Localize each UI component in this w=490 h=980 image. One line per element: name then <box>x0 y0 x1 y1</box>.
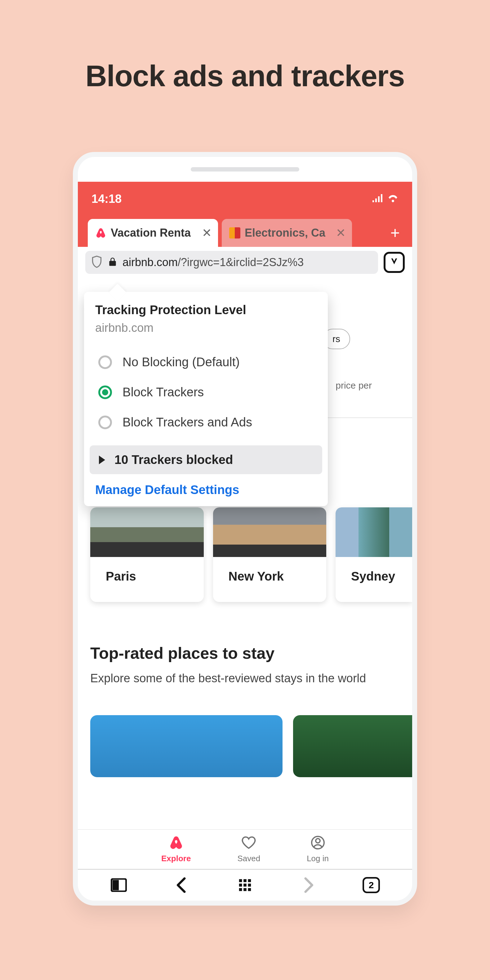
popup-domain: airbnb.com <box>95 321 317 335</box>
stay-card[interactable] <box>90 715 283 777</box>
option-block-trackers-ads[interactable]: Block Trackers and Ads <box>95 407 317 437</box>
shield-icon[interactable] <box>91 255 103 269</box>
svg-rect-5 <box>243 879 247 882</box>
lock-icon <box>108 257 117 268</box>
nav-label: Explore <box>161 854 191 863</box>
svg-rect-7 <box>239 883 242 887</box>
section-title: Top-rated places to stay <box>90 644 274 662</box>
svg-rect-11 <box>243 888 247 891</box>
city-card-sydney[interactable]: Sydney <box>336 508 412 602</box>
nav-label: Saved <box>237 854 260 863</box>
browser-toolbar: 2 <box>78 870 412 900</box>
wifi-icon <box>387 194 399 204</box>
option-label: Block Trackers <box>123 385 204 399</box>
close-icon[interactable]: ✕ <box>202 226 212 240</box>
radio-icon <box>98 415 112 429</box>
trackers-count: 10 Trackers blocked <box>115 453 233 467</box>
tracking-protection-popup: Tracking Protection Level airbnb.com No … <box>84 292 328 506</box>
nav-explore[interactable]: Explore <box>161 835 191 863</box>
airbnb-icon <box>95 228 107 239</box>
site-bottom-nav: Explore Saved Log in <box>78 829 412 870</box>
price-fragment: price per <box>336 380 372 391</box>
expand-icon <box>99 456 105 464</box>
option-no-blocking[interactable]: No Blocking (Default) <box>95 347 317 377</box>
heart-icon <box>241 835 256 851</box>
close-icon[interactable]: ✕ <box>336 226 346 240</box>
vivaldi-menu-button[interactable] <box>383 252 405 273</box>
city-label: New York <box>213 557 326 602</box>
tab-label: Electronics, Ca <box>245 226 331 239</box>
radio-icon <box>98 385 112 399</box>
option-label: No Blocking (Default) <box>123 355 240 369</box>
nav-login[interactable]: Log in <box>307 835 329 863</box>
forward-button[interactable] <box>299 876 318 894</box>
nav-saved[interactable]: Saved <box>237 835 260 863</box>
svg-rect-8 <box>243 883 247 887</box>
tab-inactive-electronics[interactable]: Electronics, Ca ✕ <box>222 219 352 247</box>
section-body: Explore some of the best-reviewed stays … <box>90 669 390 687</box>
city-image <box>336 508 412 557</box>
back-button[interactable] <box>172 876 191 894</box>
city-image <box>213 508 326 557</box>
status-time: 14:18 <box>91 192 122 205</box>
webpage-content: rs price per Paris New York Sydney Top-r… <box>78 278 412 900</box>
option-label: Block Trackers and Ads <box>123 415 252 429</box>
svg-rect-6 <box>248 879 251 882</box>
svg-rect-4 <box>239 879 242 882</box>
city-image <box>90 508 204 557</box>
page-headline: Block ads and trackers <box>85 59 404 93</box>
shopping-icon <box>229 228 240 239</box>
city-label: Sydney <box>336 557 412 602</box>
panel-toggle-button[interactable] <box>110 876 128 894</box>
tab-label: Vacation Renta <box>111 226 197 239</box>
tab-count: 2 <box>363 877 380 893</box>
stay-card[interactable] <box>293 715 412 777</box>
radio-icon <box>98 355 112 369</box>
nav-label: Log in <box>307 854 329 863</box>
svg-rect-10 <box>239 888 242 891</box>
city-card-newyork[interactable]: New York <box>213 508 326 602</box>
address-text: airbnb.com/?irgwc=1&irclid=2SJz%3 <box>123 256 304 269</box>
user-icon <box>310 835 325 851</box>
phone-notch <box>191 167 299 172</box>
new-tab-button[interactable]: + <box>384 219 406 247</box>
trackers-blocked-row[interactable]: 10 Trackers blocked <box>90 445 322 474</box>
speed-dial-button[interactable] <box>236 876 254 894</box>
tabs-button[interactable]: 2 <box>362 876 380 894</box>
svg-point-1 <box>316 838 320 843</box>
explore-icon <box>169 835 184 851</box>
city-card-paris[interactable]: Paris <box>90 508 204 602</box>
cellular-icon <box>372 194 382 204</box>
tab-active-vacation[interactable]: Vacation Renta ✕ <box>88 219 218 247</box>
status-bar: 14:18 <box>78 182 412 216</box>
address-bar: airbnb.com/?irgwc=1&irclid=2SJz%3 <box>78 247 412 278</box>
tab-strip: Vacation Renta ✕ Electronics, Ca ✕ + <box>78 216 412 247</box>
svg-rect-3 <box>113 880 119 890</box>
address-field[interactable]: airbnb.com/?irgwc=1&irclid=2SJz%3 <box>85 251 378 274</box>
popup-title: Tracking Protection Level <box>95 303 317 317</box>
svg-rect-12 <box>248 888 251 891</box>
phone-frame: 14:18 Vacation Renta ✕ Electronics, Ca ✕… <box>73 152 417 905</box>
city-label: Paris <box>90 557 204 602</box>
manage-default-settings-link[interactable]: Manage Default Settings <box>95 483 317 497</box>
svg-rect-9 <box>248 883 251 887</box>
option-block-trackers[interactable]: Block Trackers <box>95 377 317 407</box>
